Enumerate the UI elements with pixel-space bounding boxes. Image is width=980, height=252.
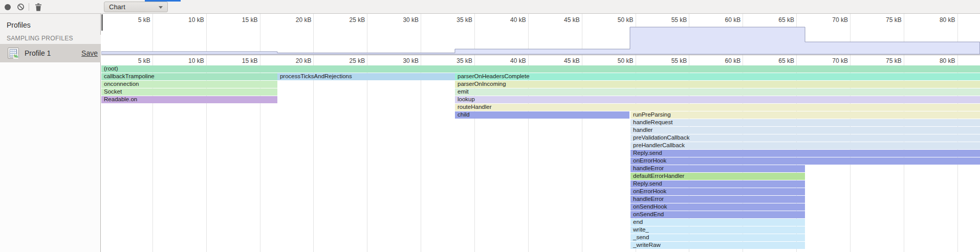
flame-frame[interactable]: lookup [455,96,980,103]
flame-frame[interactable]: handleError [630,196,805,203]
flame-frame[interactable]: preHandlerCallback [630,142,980,149]
flame-frame[interactable]: parserOnIncoming [455,81,980,88]
flame-frame[interactable]: write_ [630,226,805,234]
save-profile-link[interactable]: Save [81,49,98,57]
overview-area-chart [101,14,980,55]
flame-frame[interactable]: onSendHook [630,203,805,211]
flame-frame[interactable]: child [455,111,629,119]
flame-frame[interactable]: (root) [101,65,980,73]
flame-frame[interactable]: defaultErrorHandler [630,173,805,180]
flame-frame[interactable]: end [630,219,805,226]
overview-steps-svg [101,14,980,55]
flame-chart-area: 5 kB10 kB15 kB20 kB25 kB30 kB35 kB40 kB4… [101,14,980,252]
flame-frame[interactable]: routeHandler [455,104,980,111]
axis-tick-label: 60 kB [700,57,741,64]
flame-frame[interactable]: onconnection [101,81,277,88]
delete-profile-button[interactable] [33,2,44,12]
axis-tick-label: 35 kB [431,57,472,64]
flame-frame[interactable]: processTicksAndRejections [277,73,455,80]
axis-tick-label: 25 kB [324,57,365,64]
axis-tick-label: 30 kB [378,57,419,64]
profile-item-profile-1[interactable]: % Profile 1 Save [0,44,101,62]
flame-frame[interactable]: _writeRaw [630,242,805,249]
flame-frame[interactable]: Reply.send [630,180,805,188]
chevron-down-icon [159,6,163,9]
allocation-overview[interactable]: 5 kB10 kB15 kB20 kB25 kB30 kB35 kB40 kB4… [101,14,980,55]
gridline [421,55,421,252]
profiler-toolbar: Chart [0,0,980,14]
axis-tick-label: 40 kB [485,57,526,64]
axis-tick-label: 70 kB [807,57,848,64]
clear-profiles-button[interactable] [15,2,26,12]
trash-icon [35,3,42,11]
flame-frame[interactable]: handleError [630,165,805,172]
memory-profiler-panel: Chart Profiles SAMPLING PROFILES % Profi… [0,0,980,252]
axis-tick-label: 50 kB [593,57,634,64]
sidebar-section-label: SAMPLING PROFILES [7,35,101,44]
flame-chart[interactable]: 5 kB10 kB15 kB20 kB25 kB30 kB35 kB40 kB4… [101,55,980,252]
flame-frame[interactable]: preValidationCallback [630,134,980,142]
axis-tick-label: 20 kB [270,57,311,64]
flame-frame[interactable]: handleRequest [630,119,980,126]
flame-frame[interactable]: onErrorHook [630,188,805,195]
flame-frame[interactable]: callbackTrampoline [101,73,277,80]
axis-tick-label: 45 kB [539,57,580,64]
flame-frame[interactable]: handler [630,127,980,134]
axis-tick-label: 80 kB [914,57,955,64]
sidebar-title: Profiles [7,21,31,29]
axis-tick-label: 65 kB [753,57,794,64]
axis-tick-label: 55 kB [646,57,687,64]
vertical-scrollbar-thumb[interactable] [101,14,103,31]
flame-frame[interactable]: onSendEnd [630,211,805,218]
toolbar-separator [29,3,29,11]
record-button[interactable] [2,2,13,12]
axis-tick-label: 5 kB [110,57,150,64]
profile-table-percent-icon: % [8,48,19,59]
gridline [367,55,367,252]
flame-frame[interactable]: runPreParsing [630,111,980,119]
flame-frame[interactable]: emit [455,88,980,96]
axis-tick-label: 75 kB [861,57,902,64]
flame-frame[interactable]: parserOnHeadersComplete [455,73,980,80]
flame-frame[interactable]: onErrorHook [630,157,980,165]
profile-name: Profile 1 [25,49,81,57]
axis-tick-label: 10 kB [163,57,204,64]
flame-frame[interactable]: Reply.send [630,150,980,157]
percent-glyph: % [13,54,18,59]
chart-view-select-value: Chart [109,3,125,11]
flame-frame[interactable]: Socket [101,88,277,96]
record-icon [5,4,11,10]
block-icon [17,3,25,11]
gridline [313,55,314,252]
flame-frame[interactable]: Readable.on [101,96,277,103]
profiles-sidebar: Profiles SAMPLING PROFILES % Profile 1 S… [0,14,101,252]
chart-view-select[interactable]: Chart [104,2,168,12]
axis-tick-label: 15 kB [217,57,258,64]
flame-frame[interactable]: _send [630,234,805,241]
